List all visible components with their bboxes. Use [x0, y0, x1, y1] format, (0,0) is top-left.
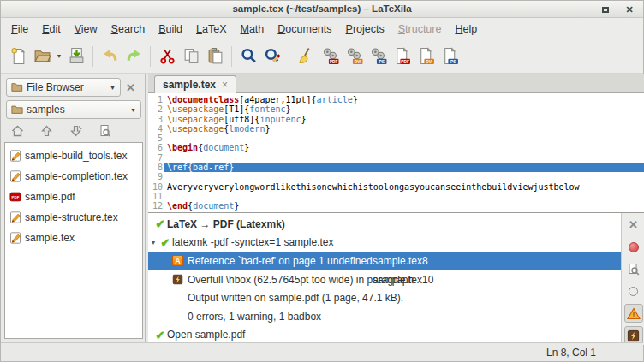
show-warnings-toggle[interactable]: ! — [624, 304, 643, 323]
home-icon — [10, 124, 25, 138]
open-file-button[interactable] — [30, 44, 54, 69]
file-item[interactable]: PDF sample.pdf — [5, 187, 142, 207]
window-title: sample.tex (~/test/samples) – LaTeXila — [1, 3, 643, 14]
menu-edit[interactable]: Edit — [35, 20, 68, 39]
tab-close-icon[interactable]: × — [222, 79, 228, 91]
copy-button[interactable] — [179, 44, 203, 69]
code-line[interactable]: 5 — [148, 134, 644, 143]
maximize-button[interactable] — [600, 4, 611, 15]
build-view: ✔ LaTeX → PDF (Latexmk) ▼ ✔ latexmk -pdf… — [148, 212, 644, 344]
undo-button[interactable] — [98, 44, 122, 69]
build-row-badbox[interactable]: Overfull \hbox (62.57645pt too wide) in … — [148, 270, 621, 289]
view-ps-button[interactable]: PS — [438, 44, 462, 69]
code-line[interactable]: 6\begin{document} — [148, 143, 644, 152]
code-line[interactable]: 2\usepackage[T1]{fontenc} — [148, 104, 644, 114]
code-line-selected[interactable]: 8\ref{bad-ref} — [148, 163, 644, 172]
tex-file-icon — [9, 170, 21, 182]
redo-button[interactable] — [122, 44, 146, 69]
menu-projects[interactable]: Projects — [339, 20, 391, 39]
file-name: sample-structure.tex — [25, 211, 118, 223]
badboxes-icon — [627, 329, 640, 342]
clean-build-files-button[interactable] — [294, 44, 318, 69]
chevron-down-icon: ▼ — [110, 85, 116, 91]
build-dvi-icon: DVI — [345, 47, 363, 65]
toolbar-separator — [289, 46, 289, 67]
build-row-summary[interactable]: 0 errors, 1 warning, 1 badbox — [148, 307, 621, 326]
new-file-button[interactable] — [6, 44, 30, 69]
paste-icon — [206, 47, 224, 65]
new-file-icon — [9, 47, 27, 65]
menu-help[interactable]: Help — [448, 20, 484, 39]
abort-icon — [629, 242, 639, 252]
document-magnifier-icon — [98, 124, 112, 138]
warning-file: sample.tex — [373, 255, 422, 267]
folder-open-icon — [11, 82, 23, 92]
code-line[interactable]: 12\end{document} — [148, 201, 644, 211]
history-button[interactable] — [624, 282, 643, 300]
side-panel-title: File Browser — [27, 81, 84, 93]
view-pdf-button[interactable]: PDF — [390, 44, 414, 69]
file-item[interactable]: sample.tex — [5, 228, 142, 248]
menu-view[interactable]: View — [68, 20, 104, 39]
close-icon: ✕ — [629, 218, 638, 231]
svg-text:PDF: PDF — [329, 60, 337, 64]
build-ps-button[interactable]: PS — [366, 44, 390, 69]
save-button[interactable] — [64, 44, 88, 69]
abort-button[interactable] — [624, 238, 643, 257]
menu-file[interactable]: File — [4, 20, 35, 39]
build-close-button[interactable]: ✕ — [624, 216, 643, 234]
jump-to-active-document-button[interactable] — [66, 122, 85, 139]
parent-folder-button[interactable] — [37, 122, 56, 139]
file-item[interactable]: sample-structure.tex — [5, 207, 142, 228]
code-line[interactable]: 1\documentclass[a4paper,11pt]{article} — [148, 95, 644, 104]
cut-button[interactable] — [155, 44, 179, 69]
tex-file-icon — [9, 232, 21, 244]
menu-latex[interactable]: LaTeX — [189, 20, 233, 39]
search-replace-button[interactable] — [260, 44, 284, 69]
close-button[interactable]: ✕ — [624, 4, 635, 15]
warning-line: 8 — [422, 255, 428, 267]
build-pdf-button[interactable]: PDF — [318, 44, 342, 69]
open-recent-dropdown[interactable]: ▼ — [54, 44, 64, 69]
view-dvi-button[interactable]: DVI — [414, 44, 438, 69]
svg-text:DVI: DVI — [426, 60, 433, 64]
build-row-warning[interactable]: A Reference `bad-ref' on page 1 undefine… — [148, 252, 621, 270]
build-row-open-pdf[interactable]: ✔ Open sample.pdf — [148, 326, 621, 345]
close-icon: ✕ — [625, 5, 633, 15]
expander-icon[interactable]: ▼ — [148, 240, 158, 246]
show-details-button[interactable] — [624, 260, 643, 279]
current-folder: samples — [27, 104, 65, 116]
svg-text:PDF: PDF — [401, 60, 409, 64]
source-editor[interactable]: 1\documentclass[a4paper,11pt]{article} 2… — [148, 93, 644, 212]
code-line[interactable]: 4\usepackage{lmodern} — [148, 124, 644, 134]
tab-sample-tex[interactable]: sample.tex × — [154, 75, 236, 93]
folder-combo[interactable]: samples ▼ — [6, 100, 141, 119]
main-area: File Browser ▼ ✕ samples ▼ — [1, 74, 644, 344]
svg-text:DVI: DVI — [354, 60, 361, 64]
menu-math[interactable]: Math — [233, 20, 271, 39]
code-line[interactable]: 10Averyveryverylongwordlikethisonewhichi… — [148, 182, 644, 192]
refresh-button[interactable] — [95, 122, 114, 139]
side-panel-selector[interactable]: File Browser ▼ — [6, 78, 121, 97]
search-button[interactable] — [236, 44, 260, 69]
menu-documents[interactable]: Documents — [271, 20, 338, 39]
code-line[interactable]: 3\usepackage[utf8]{inputenc} — [148, 115, 644, 124]
build-row-job-title[interactable]: ✔ LaTeX → PDF (Latexmk) — [148, 215, 621, 234]
pdf-file-icon: PDF — [9, 191, 21, 203]
file-item[interactable]: sample-build_tools.tex — [5, 145, 142, 166]
build-dvi-button[interactable]: DVI — [342, 44, 366, 69]
build-pdf-icon: PDF — [321, 47, 339, 65]
home-button[interactable] — [8, 122, 27, 139]
code-line[interactable]: 11 — [148, 192, 644, 201]
menu-build[interactable]: Build — [152, 20, 189, 39]
side-panel-close-button[interactable]: ✕ — [126, 81, 135, 94]
code-line[interactable]: 7 — [148, 153, 644, 163]
warning-icon: A — [172, 255, 183, 266]
build-row-command[interactable]: ▼ ✔ latexmk -pdf -synctex=1 sample.tex — [148, 234, 621, 252]
paste-button[interactable] — [203, 44, 227, 69]
file-item[interactable]: sample-completion.tex — [5, 166, 142, 187]
menu-search[interactable]: Search — [104, 20, 152, 39]
code-line[interactable]: 9 — [148, 172, 644, 181]
build-row-output[interactable]: Output written on sample.pdf (1 page, 47… — [148, 288, 621, 307]
warnings-icon: ! — [627, 307, 641, 320]
